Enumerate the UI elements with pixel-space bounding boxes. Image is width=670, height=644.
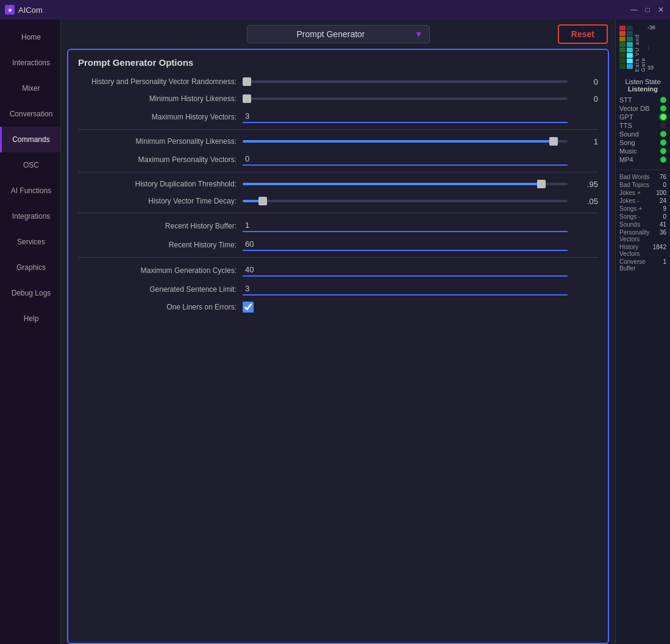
- stats-section: Bad Words 76 Bad Topics 0 Jokes + 100 Jo…: [619, 169, 666, 273]
- input-gen-sentence-limit[interactable]: [243, 283, 568, 295]
- status-tts-label: TTS: [619, 122, 632, 129]
- sidebar-item-help[interactable]: Help: [0, 306, 60, 331]
- stat-history-vectors: History Vectors 1842: [619, 244, 666, 257]
- sidebar-item-conversation[interactable]: Conversation: [0, 101, 60, 127]
- option-row-max-gen-cycles: Maximum Generation Cycles:: [78, 264, 598, 277]
- right-panel: Ears VU and Gate -36 : 33 Listen State L…: [615, 19, 670, 644]
- reset-button[interactable]: Reset: [558, 24, 608, 44]
- titlebar-left: ★ AICom: [5, 5, 43, 15]
- status-vectordb-label: Vector DB: [619, 105, 650, 112]
- slider-min-history-likeness[interactable]: [243, 93, 568, 104]
- status-song-label: Song: [619, 139, 635, 146]
- stat-converse-buffer-label: Converse Buffer: [619, 258, 663, 272]
- sidebar-item-home[interactable]: Home: [0, 24, 60, 50]
- value-history-duplication: .95: [574, 180, 598, 189]
- close-button[interactable]: ✕: [657, 5, 665, 14]
- prompt-generator-dropdown[interactable]: Prompt Generator ▼: [247, 25, 430, 43]
- stat-bad-topics: Bad Topics 0: [619, 182, 666, 188]
- label-gen-sentence-limit: Generated Sentence Limit:: [78, 285, 237, 294]
- stat-jokes-plus-label: Jokes +: [619, 189, 641, 196]
- stat-songs-plus-value: 9: [663, 205, 666, 212]
- maximize-button[interactable]: □: [643, 5, 652, 14]
- sidebar-item-ai-functions[interactable]: AI Functions: [0, 178, 60, 203]
- label-one-liners: One Liners on Errors:: [78, 303, 237, 311]
- stat-history-vectors-label: History Vectors: [619, 244, 653, 257]
- stat-songs-minus: Songs - 0: [619, 213, 666, 220]
- stat-bad-topics-value: 0: [663, 182, 666, 188]
- label-max-gen-cycles: Maximum Generation Cycles:: [78, 266, 237, 275]
- sidebar-item-interactions[interactable]: Interactions: [0, 50, 60, 76]
- input-max-personality-vectors[interactable]: [243, 153, 568, 165]
- sidebar: Home Interactions Mixer Conversation Com…: [0, 19, 61, 644]
- status-sound: Sound: [619, 130, 666, 138]
- listen-state-title: Listen State: [619, 78, 666, 85]
- slider-min-personality-likeness[interactable]: [243, 136, 568, 147]
- option-row-recent-history-time: Recent History Time:: [78, 238, 598, 251]
- value-min-personality-likeness: 1: [574, 137, 598, 146]
- stat-jokes-minus-value: 24: [660, 197, 666, 204]
- input-recent-history-time[interactable]: [243, 238, 568, 250]
- titlebar-controls: — □ ✕: [630, 5, 665, 14]
- sidebar-item-integrations[interactable]: Integrations: [0, 203, 60, 229]
- input-recent-history-buffer[interactable]: [243, 219, 568, 232]
- divider-4: [78, 257, 598, 258]
- label-history-time-decay: History Vector Time Decay:: [78, 197, 237, 205]
- panel-title: Prompt Generator Options: [78, 57, 598, 68]
- app-title: AICom: [18, 5, 43, 15]
- label-history-randomness: History and Personality Vector Randomnes…: [78, 77, 237, 86]
- stat-songs-plus: Songs + 9: [619, 205, 666, 212]
- dropdown-label: Prompt Generator: [296, 29, 365, 39]
- label-min-personality-likeness: Minimum Personality Likeness:: [78, 137, 237, 146]
- sidebar-item-mixer[interactable]: Mixer: [0, 76, 60, 101]
- slider-history-time-decay[interactable]: [243, 196, 568, 207]
- label-max-history-vectors: Maximum History Vectors:: [78, 113, 237, 121]
- status-song: Song: [619, 139, 666, 146]
- stat-converse-buffer: Converse Buffer 1: [619, 258, 666, 272]
- option-row-min-personality-likeness: Minimum Personality Likeness: 1: [78, 136, 598, 147]
- value-history-time-decay: .05: [574, 197, 598, 206]
- label-recent-history-buffer: Recent History Buffer:: [78, 222, 237, 230]
- sidebar-item-commands[interactable]: Commands: [0, 127, 60, 152]
- stat-songs-minus-label: Songs -: [619, 213, 640, 220]
- stat-sounds-value: 41: [660, 221, 666, 228]
- checkbox-container-one-liners: [243, 302, 568, 313]
- listen-state: Listen State Listening: [619, 78, 666, 93]
- status-sound-label: Sound: [619, 130, 639, 138]
- slider-history-randomness-input[interactable]: [243, 80, 568, 83]
- status-vectordb: Vector DB: [619, 105, 666, 112]
- sidebar-item-services[interactable]: Services: [0, 229, 60, 255]
- slider-history-duplication-input[interactable]: [243, 183, 568, 185]
- status-gpt: GPT: [619, 113, 666, 121]
- vu-number-mid: :: [647, 44, 655, 51]
- titlebar: ★ AICom — □ ✕: [0, 0, 670, 19]
- stat-songs-plus-label: Songs +: [619, 205, 642, 212]
- stat-bad-words-value: 76: [660, 174, 666, 180]
- value-min-history-likeness: 0: [574, 94, 598, 104]
- input-max-history-vectors[interactable]: [243, 110, 568, 122]
- status-mp4: MP4: [619, 156, 666, 163]
- stat-sounds: Sounds 41: [619, 221, 666, 228]
- vu-number-top: -36: [647, 24, 655, 30]
- option-row-min-history-likeness: Minimum History Likeness: 0: [78, 93, 598, 104]
- sidebar-item-osc[interactable]: OSC: [0, 152, 60, 178]
- input-max-gen-cycles[interactable]: [243, 264, 568, 276]
- vu-label: Ears VU and Gate: [634, 23, 646, 72]
- option-row-recent-history-buffer: Recent History Buffer:: [78, 219, 598, 232]
- slider-min-history-likeness-input[interactable]: [243, 97, 568, 100]
- sidebar-item-graphics[interactable]: Graphics: [0, 255, 60, 280]
- option-row-max-personality-vectors: Maximum Personality Vectors:: [78, 153, 598, 166]
- slider-history-duplication[interactable]: [243, 179, 568, 189]
- divider-1: [78, 129, 598, 130]
- slider-min-personality-likeness-input[interactable]: [243, 140, 568, 143]
- slider-history-time-decay-input[interactable]: [243, 200, 568, 202]
- sidebar-item-debug-logs[interactable]: Debug Logs: [0, 280, 60, 306]
- option-row-history-randomness: History and Personality Vector Randomnes…: [78, 76, 598, 87]
- slider-history-randomness[interactable]: [243, 76, 568, 87]
- status-sound-dot: [660, 131, 666, 137]
- checkbox-one-liners[interactable]: [243, 302, 254, 313]
- vu-number-bot: 33: [647, 65, 655, 71]
- status-stt: STT: [619, 96, 666, 104]
- option-row-history-duplication: History Duplication Threshhold: .95: [78, 179, 598, 189]
- stat-jokes-plus-value: 100: [656, 189, 666, 196]
- minimize-button[interactable]: —: [630, 5, 638, 14]
